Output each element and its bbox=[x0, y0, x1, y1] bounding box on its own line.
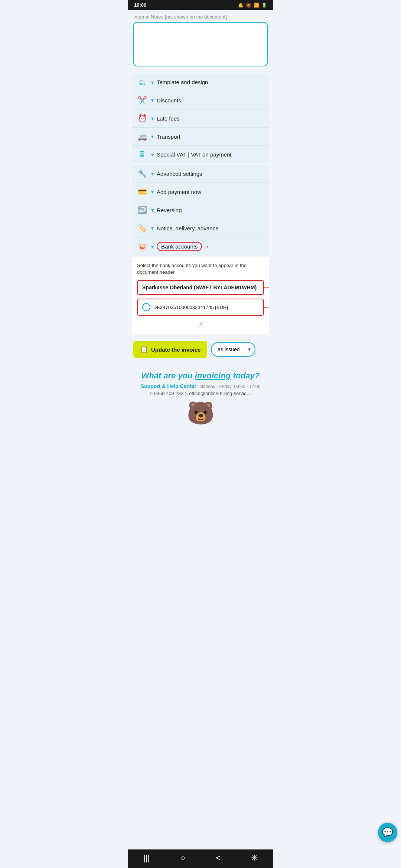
alarm-icon: 🔔 bbox=[238, 3, 244, 8]
action-bar: 📋 Update the invoice as issued as draft … bbox=[128, 336, 273, 363]
section-label-advanced-settings: Advanced settings bbox=[157, 171, 202, 177]
footer: What are you invoicing today? Support & … bbox=[128, 363, 273, 430]
section-label-bank-accounts: Bank accounts bbox=[157, 242, 202, 251]
section-label-special-vat: Special VAT | VAT on payment bbox=[157, 151, 232, 158]
internal-notes-label: Internal Notes [not shown on the documen… bbox=[133, 14, 268, 20]
add-payment-icon: 💳 bbox=[137, 187, 147, 196]
section-label-template-design: Template and design bbox=[157, 79, 208, 85]
chevron-icon-2: ▾ bbox=[151, 97, 154, 103]
notice-delivery-icon: 🏷️ bbox=[137, 224, 147, 233]
status-icons: 🔔 🔕 📶 🔋 bbox=[238, 3, 267, 8]
chevron-icon-7: ▾ bbox=[151, 189, 154, 195]
update-invoice-button[interactable]: 📋 Update the invoice bbox=[133, 341, 207, 358]
status-bar: 10:06 🔔 🔕 📶 🔋 bbox=[128, 0, 273, 10]
chevron-icon-1: ▾ bbox=[151, 79, 154, 85]
section-group-1: 🗂 ▾ Template and design ✂️ ▾ Discounts ⏰… bbox=[132, 73, 269, 163]
update-invoice-label: Update the invoice bbox=[151, 346, 200, 353]
transport-icon: 🚐 bbox=[137, 132, 147, 141]
discounts-icon: ✂️ bbox=[137, 96, 147, 105]
section-label-discounts: Discounts bbox=[157, 97, 181, 103]
section-item-advanced-settings[interactable]: 🔧 ▾ Advanced settings bbox=[132, 165, 269, 183]
bank-accounts-content: Select the bank accounts you want to app… bbox=[132, 257, 269, 334]
update-invoice-icon: 📋 bbox=[140, 345, 148, 354]
battery-icon: 🔋 bbox=[261, 3, 267, 8]
bank-name-field: Sparkasse Oberland (SWIFT BYLADEM1WHM) bbox=[137, 280, 264, 295]
template-design-icon: 🗂 bbox=[137, 78, 147, 86]
section-group-2: 🔧 ▾ Advanced settings 💳 ▾ Add payment no… bbox=[132, 165, 269, 256]
as-issued-wrapper: as issued as draft as final bbox=[211, 342, 255, 357]
status-time: 10:06 bbox=[134, 2, 146, 8]
section-item-reversing[interactable]: ↩️ ▾ Reversing bbox=[132, 201, 269, 219]
annotation-arrow-2: ← bbox=[263, 283, 271, 292]
bank-name-container: Sparkasse Oberland (SWIFT BYLADEM1WHM) ← bbox=[137, 280, 264, 295]
chevron-icon-3: ▾ bbox=[151, 115, 154, 121]
bank-iban-container: DE24703510300032341745 [EUR] ← bbox=[137, 299, 264, 316]
section-item-transport[interactable]: 🚐 ▾ Transport bbox=[132, 128, 269, 146]
mute-icon: 🔕 bbox=[246, 3, 251, 8]
section-item-special-vat[interactable]: 🖩 ▾ Special VAT | VAT on payment bbox=[132, 146, 269, 163]
section-label-transport: Transport bbox=[157, 134, 180, 140]
advanced-settings-icon: 🔧 bbox=[137, 169, 147, 178]
as-issued-select[interactable]: as issued as draft as final bbox=[211, 342, 255, 357]
footer-title: What are you invoicing today? bbox=[133, 371, 268, 381]
bank-accounts-description: Select the bank accounts you want to app… bbox=[137, 262, 264, 276]
chevron-icon-4: ▾ bbox=[151, 134, 154, 139]
bank-iban-field[interactable]: DE24703510300032341745 [EUR] bbox=[137, 299, 264, 316]
internal-notes-section: Internal Notes [not shown on the documen… bbox=[128, 10, 273, 70]
section-label-add-payment: Add payment now bbox=[157, 189, 201, 195]
late-fees-icon: ⏰ bbox=[137, 114, 147, 123]
chevron-icon-6: ▾ bbox=[151, 171, 154, 177]
bank-accounts-icon: 🐷 bbox=[137, 242, 147, 251]
footer-mascot: 🐻 bbox=[133, 400, 268, 426]
annotation-arrow-3: ← bbox=[263, 302, 271, 312]
footer-hours: Monday - Friday: 09:00 - 17:00 bbox=[199, 384, 260, 389]
footer-support-label: Support & Help Center bbox=[141, 383, 196, 389]
special-vat-icon: 🖩 bbox=[137, 150, 147, 159]
section-item-notice-delivery[interactable]: 🏷️ ▾ Notice, delivery, advance bbox=[132, 219, 269, 237]
chevron-icon-5: ▾ bbox=[151, 152, 154, 158]
section-item-add-payment[interactable]: 💳 ▾ Add payment now bbox=[132, 183, 269, 201]
annotation-arrow-4: ↑ bbox=[137, 319, 264, 329]
section-item-discounts[interactable]: ✂️ ▾ Discounts bbox=[132, 91, 269, 109]
annotation-arrow-1: ← bbox=[205, 242, 212, 251]
section-label-reversing: Reversing bbox=[157, 207, 182, 213]
chevron-icon-10: ▾ bbox=[151, 244, 154, 250]
internal-notes-subtitle: [not shown on the document] bbox=[165, 14, 227, 20]
section-item-late-fees[interactable]: ⏰ ▾ Late fees bbox=[132, 109, 269, 128]
chevron-icon-9: ▾ bbox=[151, 225, 154, 231]
section-item-bank-accounts[interactable]: 🐷 ▾ Bank accounts ← bbox=[132, 237, 269, 256]
section-label-late-fees: Late fees bbox=[157, 115, 180, 122]
footer-title-highlight: invoicing bbox=[195, 371, 231, 380]
internal-notes-input[interactable] bbox=[133, 22, 268, 66]
section-label-notice-delivery: Notice, delivery, advance bbox=[157, 225, 218, 231]
reversing-icon: ↩️ bbox=[137, 206, 147, 214]
footer-contact: > 0368 409 233 > office@online-billing-s… bbox=[133, 391, 268, 396]
radio-button[interactable] bbox=[142, 303, 150, 311]
section-item-template-design[interactable]: 🗂 ▾ Template and design bbox=[132, 73, 269, 91]
signal-icon: 📶 bbox=[254, 3, 259, 8]
chevron-icon-8: ▾ bbox=[151, 207, 154, 213]
footer-support-row: Support & Help Center Monday - Friday: 0… bbox=[133, 383, 268, 389]
